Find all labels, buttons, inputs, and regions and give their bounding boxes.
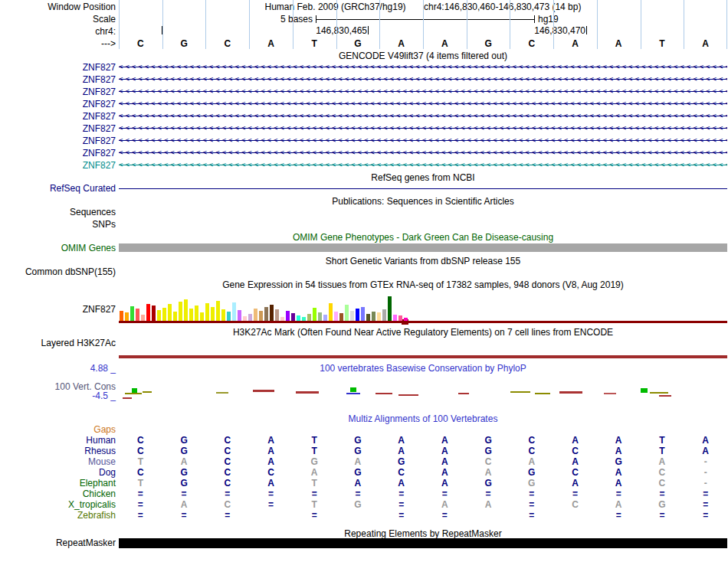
gencode-transcript[interactable]: <<<<<<<<<<<<<<<<<<<<<<<<<<<<<<<<<<<<<<<<… xyxy=(119,162,727,168)
gtex-tissue-bar[interactable] xyxy=(382,309,386,321)
gtex-tissue-bar[interactable] xyxy=(275,309,279,321)
gtex-tissue-bar[interactable] xyxy=(398,315,402,321)
multiz-species-label[interactable]: Dog xyxy=(0,467,116,478)
gencode-track-header[interactable]: GENCODE V49lift37 (4 items filtered out) xyxy=(119,51,727,61)
gtex-tissue-bar[interactable] xyxy=(388,296,392,321)
gtex-tissue-bar[interactable] xyxy=(366,314,370,321)
gencode-transcript[interactable]: <<<<<<<<<<<<<<<<<<<<<<<<<<<<<<<<<<<<<<<<… xyxy=(119,64,727,70)
gtex-tissue-bar[interactable] xyxy=(339,313,343,321)
gtex-tissue-bar[interactable] xyxy=(372,312,375,321)
dbsnp-track-header[interactable]: Short Genetic Variants from dbSNP releas… xyxy=(119,256,727,266)
gtex-tissue-bar[interactable] xyxy=(168,304,172,321)
omim-gene-bar[interactable] xyxy=(119,243,727,252)
gtex-tissue-bar[interactable] xyxy=(356,309,359,321)
gtex-tissue-bar[interactable] xyxy=(173,312,177,321)
gencode-gene-label[interactable]: ZNF827 xyxy=(0,136,116,146)
gencode-gene-label[interactable]: ZNF827 xyxy=(0,160,116,171)
gencode-gene-label[interactable]: ZNF827 xyxy=(0,87,116,97)
gtex-tissue-bar[interactable] xyxy=(136,309,139,321)
multiz-species-label[interactable]: Human xyxy=(0,435,116,446)
gtex-tissue-bar[interactable] xyxy=(323,315,327,321)
gencode-transcript[interactable]: <<<<<<<<<<<<<<<<<<<<<<<<<<<<<<<<<<<<<<<<… xyxy=(119,125,727,132)
publications-track-header[interactable]: Publications: Sequences in Scientific Ar… xyxy=(119,196,727,207)
gtex-tissue-bar[interactable] xyxy=(152,306,156,321)
gtex-tissue-bar[interactable] xyxy=(184,299,188,321)
gtex-tissue-bar[interactable] xyxy=(286,311,290,321)
gencode-gene-label[interactable]: ZNF827 xyxy=(0,111,116,122)
gencode-transcript[interactable]: <<<<<<<<<<<<<<<<<<<<<<<<<<<<<<<<<<<<<<<<… xyxy=(119,76,727,83)
gtex-tissue-bar[interactable] xyxy=(211,307,215,321)
gtex-tissue-bar[interactable] xyxy=(345,305,349,321)
gtex-tissue-bar[interactable] xyxy=(125,312,129,321)
gtex-tissue-bar[interactable] xyxy=(179,302,182,321)
dbsnp-track-label[interactable]: Common dbSNP(155) xyxy=(0,266,116,277)
gtex-tissue-bar[interactable] xyxy=(254,309,257,321)
phylop-track-header[interactable]: 100 vertebrates Basewise Conservation by… xyxy=(119,363,727,374)
repeatmasker-track-label[interactable]: RepeatMasker xyxy=(0,537,116,548)
multiz-species-label[interactable]: Rhesus xyxy=(0,446,116,456)
repeatmasker-bar[interactable] xyxy=(119,538,727,548)
gtex-tissue-bar[interactable] xyxy=(377,312,381,321)
gtex-tissue-bar[interactable] xyxy=(221,309,225,321)
gtex-tissue-bar[interactable] xyxy=(297,315,300,321)
gencode-transcript[interactable]: <<<<<<<<<<<<<<<<<<<<<<<<<<<<<<<<<<<<<<<<… xyxy=(119,88,727,95)
refseq-track-label[interactable]: RefSeq Curated xyxy=(0,183,116,194)
gtex-tissue-bar[interactable] xyxy=(280,317,284,321)
gencode-gene-label[interactable]: ZNF827 xyxy=(0,74,116,85)
gtex-tissue-bar[interactable] xyxy=(302,317,306,321)
gencode-gene-label[interactable]: ZNF827 xyxy=(0,62,116,73)
gtex-tissue-bar[interactable] xyxy=(291,313,295,321)
gtex-tissue-bar[interactable] xyxy=(329,303,333,321)
gencode-gene-label[interactable]: ZNF827 xyxy=(0,123,116,134)
gtex-tissue-bar[interactable] xyxy=(318,312,322,321)
gtex-tissue-bar[interactable] xyxy=(248,314,252,321)
gtex-tissue-bar[interactable] xyxy=(307,314,311,321)
gtex-tissue-bar[interactable] xyxy=(189,309,193,321)
h3k27ac-track-label[interactable]: Layered H3K27Ac xyxy=(0,338,116,348)
gtex-tissue-bar[interactable] xyxy=(259,311,263,321)
gtex-tissue-bar[interactable] xyxy=(130,306,134,321)
gencode-gene-label[interactable]: ZNF827 xyxy=(0,99,116,109)
gtex-tissue-bar[interactable] xyxy=(141,315,145,321)
multiz-species-label[interactable]: Zebrafish xyxy=(0,510,116,521)
phylop-track-body[interactable] xyxy=(119,375,727,406)
gencode-transcript[interactable]: <<<<<<<<<<<<<<<<<<<<<<<<<<<<<<<<<<<<<<<<… xyxy=(119,113,727,119)
multiz-track-header[interactable]: Multiz Alignments of 100 Vertebrates xyxy=(119,413,727,424)
multiz-species-label[interactable]: Chicken xyxy=(0,488,116,499)
snps-label[interactable]: SNPs xyxy=(0,219,116,230)
gencode-transcript[interactable]: <<<<<<<<<<<<<<<<<<<<<<<<<<<<<<<<<<<<<<<<… xyxy=(119,149,727,156)
repeatmasker-track-header[interactable]: Repeating Elements by RepeatMasker xyxy=(119,528,727,539)
multiz-species-label[interactable]: Gaps xyxy=(0,424,116,435)
gtex-tissue-bar[interactable] xyxy=(157,310,161,321)
gtex-tissue-bar[interactable] xyxy=(243,316,247,321)
publications-sequences-label[interactable]: Sequences xyxy=(0,207,116,217)
gtex-tissue-bar[interactable] xyxy=(120,311,123,321)
gtex-tissue-bar[interactable] xyxy=(313,308,316,321)
gtex-tissue-bar[interactable] xyxy=(264,307,268,321)
gtex-tissue-bar[interactable] xyxy=(404,318,408,321)
gtex-tissue-bar[interactable] xyxy=(216,301,220,321)
h3k27ac-track-header[interactable]: H3K27Ac Mark (Often Found Near Active Re… xyxy=(119,327,727,338)
gtex-tissue-bar[interactable] xyxy=(200,312,204,321)
gtex-tissue-bar[interactable] xyxy=(227,312,231,321)
omim-track-header[interactable]: OMIM Gene Phenotypes - Dark Green Can Be… xyxy=(119,232,727,243)
gtex-tissue-bar[interactable] xyxy=(232,302,236,321)
gtex-gene-line[interactable] xyxy=(119,321,727,323)
multiz-species-label[interactable]: Mouse xyxy=(0,456,116,467)
gtex-tissue-bar[interactable] xyxy=(270,305,274,321)
multiz-species-label[interactable]: Elephant xyxy=(0,478,116,488)
gencode-transcript[interactable]: <<<<<<<<<<<<<<<<<<<<<<<<<<<<<<<<<<<<<<<<… xyxy=(119,100,727,107)
gtex-tissue-bar[interactable] xyxy=(195,306,198,321)
omim-track-label[interactable]: OMIM Genes xyxy=(0,243,116,253)
gtex-tissue-bar[interactable] xyxy=(350,311,354,321)
gtex-tissue-bar[interactable] xyxy=(162,308,166,321)
refseq-track-header[interactable]: RefSeq genes from NCBI xyxy=(119,172,727,183)
gtex-tissue-bar[interactable] xyxy=(146,304,150,321)
gtex-tissue-bar[interactable] xyxy=(238,310,241,321)
gencode-transcript[interactable]: <<<<<<<<<<<<<<<<<<<<<<<<<<<<<<<<<<<<<<<<… xyxy=(119,137,727,144)
gencode-gene-label[interactable]: ZNF827 xyxy=(0,148,116,158)
gtex-gene-label[interactable]: ZNF827 xyxy=(0,304,116,315)
gtex-tissue-bar[interactable] xyxy=(205,303,209,321)
gtex-tissue-bar[interactable] xyxy=(361,307,365,321)
multiz-species-label[interactable]: X_tropicalis xyxy=(0,499,116,510)
